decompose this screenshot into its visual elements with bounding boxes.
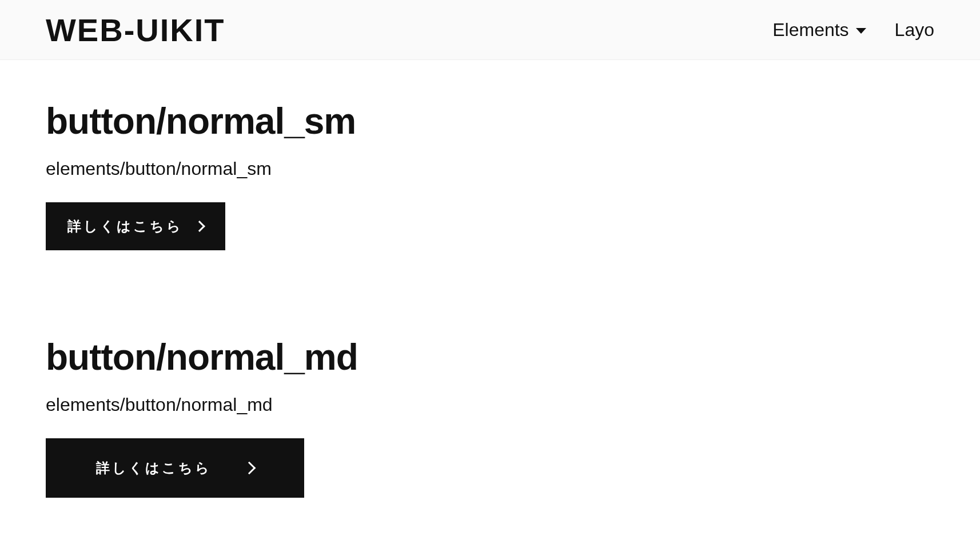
site-logo[interactable]: WEB-UIKIT — [46, 11, 225, 49]
button-label: 詳しくはこちら — [96, 459, 212, 477]
content: button/normal_sm elements/button/normal_… — [0, 60, 980, 536]
button-normal-md[interactable]: 詳しくはこちら — [46, 438, 304, 498]
section-path: elements/button/normal_sm — [46, 158, 934, 179]
section-path: elements/button/normal_md — [46, 394, 934, 415]
nav-elements-label: Elements — [772, 19, 848, 41]
section-title: button/normal_md — [46, 336, 934, 378]
nav-layout[interactable]: Layo — [895, 19, 934, 41]
nav: Elements Layo — [772, 19, 934, 41]
nav-layout-label: Layo — [895, 19, 934, 41]
section-normal-sm: button/normal_sm elements/button/normal_… — [46, 100, 934, 250]
button-normal-sm[interactable]: 詳しくはこちら — [46, 202, 225, 250]
chevron-right-icon — [194, 221, 205, 232]
button-label: 詳しくはこちら — [67, 217, 183, 235]
caret-down-icon — [856, 28, 866, 34]
section-title: button/normal_sm — [46, 100, 934, 142]
section-normal-md: button/normal_md elements/button/normal_… — [46, 336, 934, 498]
header: WEB-UIKIT Elements Layo — [0, 0, 980, 60]
nav-elements[interactable]: Elements — [772, 19, 866, 41]
chevron-right-icon — [243, 462, 256, 475]
